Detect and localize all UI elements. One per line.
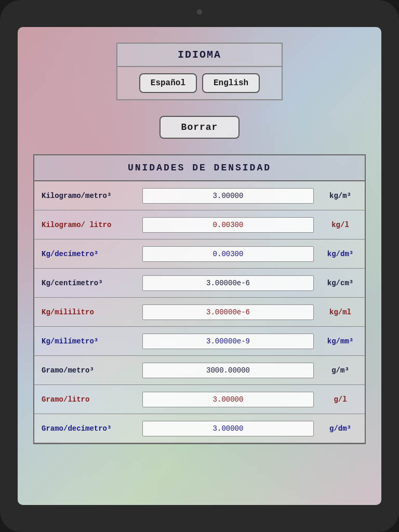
table-row: Gramo/metro³ g/m³ [34,356,365,385]
row-input-wrapper [138,272,318,294]
table-title: UNIDADES DE DENSIDAD [34,155,365,181]
row-unit: kg/l [318,216,365,234]
language-title: IDIOMA [117,44,282,67]
row-input-wrapper [138,214,318,236]
row-unit: g/m³ [318,361,365,380]
content: IDIOMA Español English Borrar UNIDADES D… [18,27,381,460]
row-unit: kg/ml [318,303,365,322]
table-row: Kg/centímetro³ kg/cm³ [34,269,365,298]
row-unit: kg/cm³ [318,274,365,292]
row-unit: g/dm³ [318,419,365,438]
table-row: Kilogramo/metro³ kg/m³ [34,181,365,210]
row-label: Kilogramo/metro³ [34,187,138,205]
table-row: Kg/mililitro kg/ml [34,298,365,327]
table-row: Kg/milímetro³ kg/mm³ [34,327,365,356]
camera [197,9,202,15]
row-label: Kg/centímetro³ [34,274,138,292]
row-label: Gramo/metro³ [34,361,138,380]
row-input-wrapper [138,418,318,440]
row-unit: kg/mm³ [318,332,365,351]
table-row: Gramo/decímetro³ g/dm³ [34,414,365,443]
row-unit: g/l [318,390,365,409]
espanol-button[interactable]: Español [139,73,197,93]
row-label: Kilogramo/ litro [34,216,138,234]
row-input[interactable] [142,304,314,320]
english-button[interactable]: English [202,73,260,93]
table-row: Kilogramo/ litro kg/l [34,210,365,240]
row-input[interactable] [142,363,314,378]
density-table: UNIDADES DE DENSIDAD Kilogramo/metro³ kg… [33,154,366,444]
row-input-wrapper [138,301,318,323]
row-unit: kg/dm³ [318,245,365,263]
row-input-wrapper [138,185,318,207]
language-box: IDIOMA Español English [116,43,283,100]
borrar-button[interactable]: Borrar [159,116,240,139]
row-label: Kg/milímetro³ [34,332,138,351]
row-label: Gramo/decímetro³ [34,419,138,438]
row-input[interactable] [142,188,314,204]
row-input[interactable] [142,334,314,349]
device: IDIOMA Español English Borrar UNIDADES D… [0,0,399,532]
row-input-wrapper [138,243,318,265]
table-row: Kg/decímetro³ kg/dm³ [34,240,365,269]
row-input[interactable] [142,217,314,233]
row-input[interactable] [142,421,314,436]
language-buttons: Español English [117,67,282,99]
row-input-wrapper [138,360,318,381]
row-unit: kg/m³ [318,187,365,205]
screen: IDIOMA Español English Borrar UNIDADES D… [18,27,381,505]
row-input[interactable] [142,275,314,291]
table-row: Gramo/litro g/l [34,385,365,414]
row-label: Kg/decímetro³ [34,245,138,263]
row-input[interactable] [142,246,314,262]
row-input-wrapper [138,330,318,352]
row-label: Kg/mililitro [34,303,138,322]
row-input[interactable] [142,392,314,407]
row-input-wrapper [138,389,318,410]
row-label: Gramo/litro [34,390,138,409]
table-rows: Kilogramo/metro³ kg/m³ Kilogramo/ litro … [34,181,365,443]
